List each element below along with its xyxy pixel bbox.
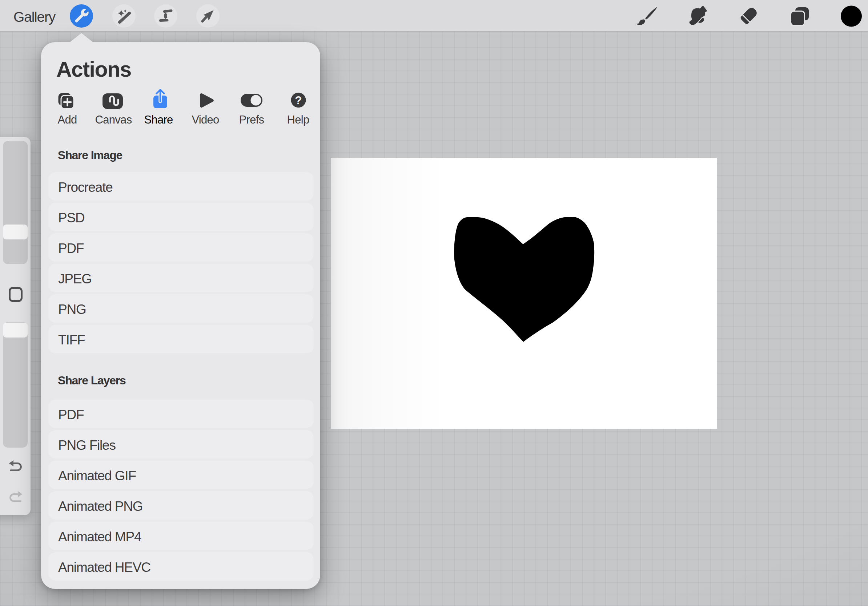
svg-text:?: ? (295, 94, 302, 107)
